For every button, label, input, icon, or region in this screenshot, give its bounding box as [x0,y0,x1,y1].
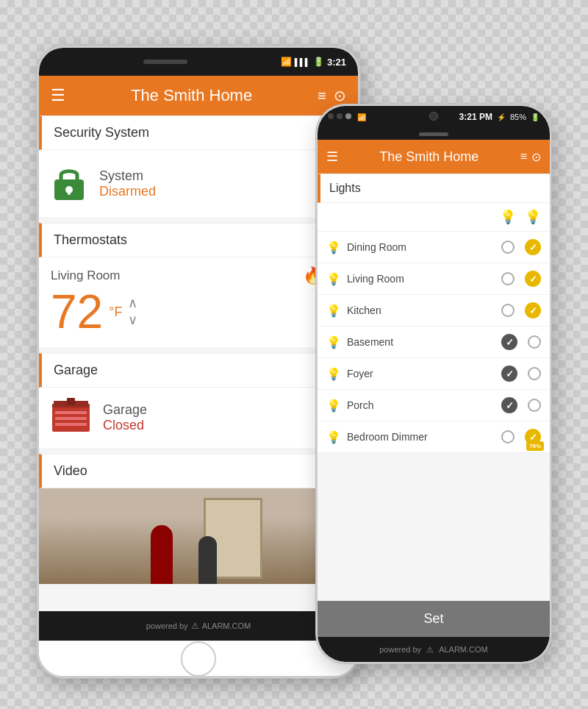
foyer-bulb-icon: 💡 [326,367,341,381]
living-off-radio[interactable] [501,272,514,285]
foyer-controls[interactable]: ✓ [501,366,541,382]
battery-icon: 🔋 [313,57,324,67]
svg-rect-4 [68,190,71,195]
iphone-check-icon[interactable]: ⊙ [531,150,541,164]
living-room-controls[interactable]: ✓ [501,271,541,287]
android-power-button[interactable] [37,195,39,239]
garage-closed-status: Closed [103,418,147,433]
porch-controls[interactable]: ✓ [501,397,541,413]
basement-controls[interactable]: ✓ [501,334,541,350]
system-status: System Disarmed [99,168,156,199]
dining-room-left: 💡 Dining Room [326,241,406,254]
svg-rect-8 [55,417,87,420]
iphone-alarm-brand: ALARM.COM [439,645,488,654]
living-on-check[interactable]: ✓ [525,271,541,287]
temp-down-arrow[interactable]: ∨ [128,312,137,329]
porch-name: Porch [347,399,374,411]
bedroom-controls[interactable]: ✓ 78% [501,429,541,445]
android-header-right: ≡ ⊙ [318,87,346,104]
android-menu-icon[interactable]: ☰ [51,86,65,105]
iphone-status-bar: 📶 3:21 PM ⚡ 85% 🔋 [318,106,550,128]
dining-bulb-icon: 💡 [326,241,341,254]
iphone-speaker [419,132,448,136]
bedroom-dimmer-name: Bedroom Dimmer [347,431,428,443]
basement-on-radio[interactable] [528,335,541,349]
porch-bulb-icon: 💡 [326,399,341,413]
powered-by: powered by ⚠ ALARM.COM [146,621,251,631]
dining-off-radio[interactable] [501,241,514,254]
garage-section-header[interactable]: Garage › [39,353,358,388]
set-button-label: Set [423,611,443,626]
android-home-button[interactable] [181,641,216,677]
bedroom-dimmer-control[interactable]: ✓ 78% [525,429,541,445]
dining-room-controls[interactable]: ✓ [501,239,541,255]
iphone-powered-by: powered by ⚠ ALARM.COM [379,645,488,655]
kitchen-off-radio[interactable] [501,304,514,317]
iphone-status-right: 3:21 PM ⚡ 85% 🔋 [459,112,539,122]
video-label: Video [54,463,87,479]
lights-column-headers: 💡 💡 [318,203,550,232]
foyer-off-check[interactable]: ✓ [501,366,517,382]
signal-dot-1 [328,113,334,119]
wifi-status: 📶 [357,113,366,121]
set-button[interactable]: Set [318,601,550,637]
garage-door-label: Garage [103,402,147,418]
iphone-menu-icon[interactable]: ☰ [326,149,338,165]
thermostat-section-header[interactable]: Thermostats › [39,223,358,257]
thermostat-label: Thermostats [54,232,127,248]
dining-on-check[interactable]: ✓ [525,239,541,255]
system-disarmed-status: Disarmed [99,184,156,199]
video-section-header[interactable]: Video › [39,454,358,488]
iphone-battery: 85% [510,113,526,121]
thermostat-content: Living Room 🔥 ⏱ 72 °F ∧ ∨ [39,257,358,347]
iphone-powered-text: powered by [379,645,421,654]
living-room-name: Living Room [347,273,404,285]
bedroom-off-radio[interactable] [501,430,514,443]
basement-off-check[interactable]: ✓ [501,334,517,350]
kitchen-bulb-icon: 💡 [326,304,341,318]
garage-content: Garage Closed [39,388,358,448]
temperature-display: 72 °F ∧ ∨ [51,288,346,335]
temp-up-arrow[interactable]: ∧ [128,295,137,312]
video-content [39,488,358,584]
signal-dot-2 [337,113,343,119]
bulb-on-header-icon: 💡 [525,209,541,225]
svg-rect-11 [67,398,75,405]
list-item: 💡 Bedroom Dimmer ✓ 78% [318,421,550,453]
dimmer-percentage: 78% [526,441,544,451]
iphone-list-icon[interactable]: ≡ [520,150,527,164]
security-section-header[interactable]: Security System › [39,115,358,150]
android-status-icons: 📶 ▌▌▌ 🔋 3:21 [281,57,346,68]
living-room-left: 💡 Living Room [326,272,404,286]
lights-section-header[interactable]: Lights [318,174,550,203]
iphone-camera [429,112,438,121]
living-room-label: Living Room [51,268,121,283]
android-check-icon[interactable]: ⊙ [334,87,346,104]
lights-label: Lights [329,182,361,194]
person1 [151,525,173,584]
list-item: 💡 Foyer ✓ [318,358,550,390]
security-content: System Disarmed [39,150,358,217]
iphone-battery-icon: 🔋 [531,113,539,121]
porch-off-check[interactable]: ✓ [501,397,517,413]
temperature-controls[interactable]: ∧ ∨ [128,295,137,329]
android-list-icon[interactable]: ≡ [318,88,326,104]
signal-dot-3 [345,113,351,119]
dining-room-name: Dining Room [347,241,406,253]
garage-door-icon [51,398,91,438]
iphone-footer: powered by ⚠ ALARM.COM [318,637,550,662]
android-app-header: ☰ The Smith Home ≡ ⊙ [39,76,358,115]
foyer-on-radio[interactable] [528,367,541,380]
basement-bulb-icon: 💡 [326,335,341,349]
kitchen-on-check[interactable]: ✓ [525,302,541,318]
kitchen-controls[interactable]: ✓ [501,302,541,318]
basement-name: Basement [347,336,393,348]
svg-rect-1 [61,179,65,187]
iphone-header-right: ≡ ⊙ [520,150,541,164]
iphone-bluetooth: ⚡ [497,113,506,121]
signal-icon: ▌▌▌ [295,58,310,66]
wifi-icon: 📶 [281,57,292,67]
video-thumbnail[interactable] [39,488,358,584]
porch-on-radio[interactable] [528,399,541,412]
temperature-unit: °F [109,304,122,320]
